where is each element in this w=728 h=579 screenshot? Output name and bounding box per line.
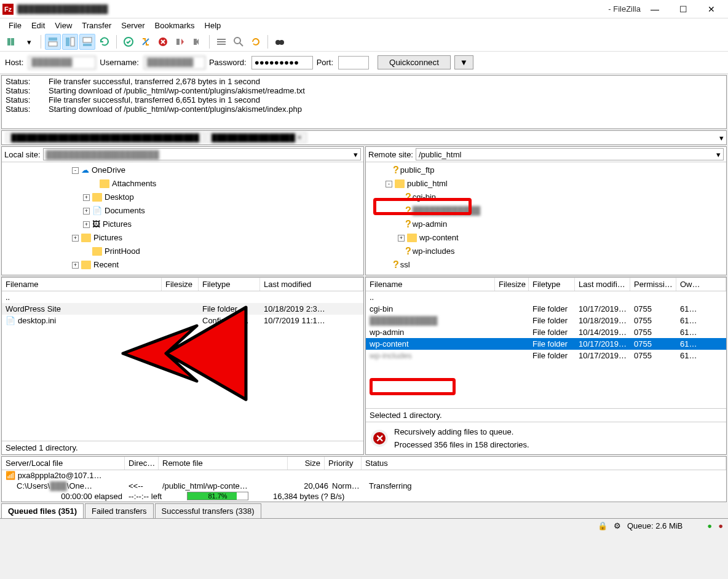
col-filetype[interactable]: Filetype bbox=[529, 278, 575, 291]
tree-node[interactable]: +wp-content bbox=[368, 231, 724, 245]
local-list-header[interactable]: Filename Filesize Filetype Last modified bbox=[2, 277, 363, 291]
col-owner[interactable]: Ow… bbox=[676, 278, 726, 291]
menu-transfer[interactable]: Transfer bbox=[78, 20, 115, 31]
filter-button[interactable] bbox=[213, 34, 229, 50]
app-icon: Fz bbox=[2, 4, 14, 15]
titlebar: Fz ████████████████ - FileZilla — ☐ ✕ bbox=[0, 0, 728, 18]
list-item[interactable]: wp-includesFile folder10/17/2019…075561… bbox=[366, 350, 726, 361]
tree-node[interactable]: +Desktop bbox=[4, 191, 361, 204]
info-line: Recursively adding files to queue. bbox=[394, 427, 529, 436]
tree-node[interactable]: ?public_ftp bbox=[368, 163, 724, 177]
host-input[interactable] bbox=[28, 56, 96, 69]
toggle-queue-button[interactable] bbox=[79, 34, 95, 50]
local-list[interactable]: ..WordPress SiteFile folder10/18/2019 2:… bbox=[2, 291, 363, 441]
col-filetype[interactable]: Filetype bbox=[199, 278, 260, 291]
list-item[interactable]: .. bbox=[366, 291, 726, 303]
transfer-local: C:\Users\███\One… bbox=[17, 481, 92, 490]
menu-edit[interactable]: Edit bbox=[28, 20, 49, 31]
remote-list[interactable]: ..cgi-binFile folder10/17/2019…075561…██… bbox=[366, 291, 726, 408]
tree-node[interactable]: PrintHood bbox=[4, 245, 361, 258]
username-input[interactable] bbox=[144, 56, 205, 69]
tree-node[interactable]: -public_html bbox=[368, 177, 724, 191]
col-direction[interactable]: Direc… bbox=[125, 457, 159, 470]
col-server[interactable]: Server/Local file bbox=[2, 457, 125, 470]
site-dropdown[interactable]: ▾ bbox=[21, 34, 37, 50]
tab-failed[interactable]: Failed transfers bbox=[85, 503, 154, 518]
tree-node[interactable]: ?wp-admin bbox=[368, 218, 724, 231]
tree-node[interactable]: +📄Documents bbox=[4, 204, 361, 218]
menu-view[interactable]: View bbox=[51, 20, 76, 31]
tree-node[interactable]: Attachments bbox=[4, 177, 361, 191]
session-tab[interactable]: ████████████████ × bbox=[206, 132, 307, 143]
tree-node[interactable]: +🖼Pictures bbox=[4, 218, 361, 231]
col-filesize[interactable]: Filesize bbox=[162, 278, 199, 291]
col-perm[interactable]: Permissi… bbox=[630, 278, 676, 291]
list-item[interactable]: 📄desktop.iniConfigurati…10/7/2019 11:1… bbox=[2, 315, 363, 326]
menu-server[interactable]: Server bbox=[117, 20, 148, 31]
lock-icon[interactable]: 🔒 bbox=[598, 521, 607, 530]
tree-node[interactable]: +Pictures bbox=[4, 231, 361, 245]
compare-button[interactable] bbox=[248, 34, 264, 50]
col-status[interactable]: Status bbox=[362, 457, 726, 470]
tree-node[interactable]: ?wp-includes bbox=[368, 245, 724, 258]
maximize-button[interactable]: ☐ bbox=[669, 0, 697, 18]
transfer-size: 20,046 bbox=[291, 481, 328, 490]
local-path-input[interactable]: ████████████████████▾ bbox=[43, 148, 361, 160]
col-lastmod[interactable]: Last modified bbox=[260, 278, 363, 291]
list-item[interactable]: wp-contentFile folder10/17/2019…075561… bbox=[366, 338, 726, 350]
session-tab[interactable]: ████████████████████████████████████ bbox=[6, 132, 205, 143]
port-input[interactable] bbox=[338, 56, 369, 69]
tab-successful[interactable]: Successful transfers (338) bbox=[155, 503, 261, 518]
menu-file[interactable]: File bbox=[5, 20, 25, 31]
refresh-button[interactable] bbox=[97, 34, 113, 50]
col-remote[interactable]: Remote file bbox=[159, 457, 288, 470]
list-item[interactable]: ████████████File folder10/18/2019…075561… bbox=[366, 315, 726, 326]
tree-node[interactable]: ?ssl bbox=[368, 258, 724, 272]
remote-list-header[interactable]: Filename Filesize Filetype Last modifi… … bbox=[366, 277, 726, 291]
binoculars-icon[interactable] bbox=[272, 34, 288, 50]
list-item[interactable]: wp-adminFile folder10/14/2019…075561… bbox=[366, 326, 726, 338]
tab-queued[interactable]: Queued files (351) bbox=[1, 503, 84, 518]
list-item[interactable]: .. bbox=[2, 291, 363, 303]
quickconnect-dropdown[interactable]: ▼ bbox=[454, 55, 473, 69]
transfer-body[interactable]: 📶 pxa8pppla2to@107.1… C:\Users\███\One… … bbox=[2, 470, 726, 502]
list-item[interactable]: WordPress SiteFile folder10/18/2019 2:3… bbox=[2, 303, 363, 315]
gear-icon[interactable]: ⚙ bbox=[614, 521, 621, 530]
process-queue-button[interactable] bbox=[121, 34, 136, 50]
tree-node[interactable]: ?████████████ bbox=[368, 204, 724, 218]
tree-node[interactable]: -☁OneDrive bbox=[4, 163, 361, 177]
transfer-header[interactable]: Server/Local file Direc… Remote file Siz… bbox=[2, 457, 726, 470]
search-button[interactable] bbox=[231, 34, 247, 50]
local-tree[interactable]: -☁OneDriveAttachments+Desktop+📄Documents… bbox=[2, 162, 363, 275]
cancel-button[interactable] bbox=[155, 34, 171, 50]
col-size[interactable]: Size bbox=[288, 457, 325, 470]
host-label: Host: bbox=[5, 58, 23, 67]
col-filename[interactable]: Filename bbox=[2, 278, 162, 291]
close-button[interactable]: ✕ bbox=[697, 0, 726, 18]
col-lastmod[interactable]: Last modifi… bbox=[575, 278, 630, 291]
minimize-button[interactable]: — bbox=[641, 0, 669, 18]
tabs-dropdown-icon[interactable]: ▾ bbox=[719, 133, 724, 143]
quickconnect-button[interactable]: Quickconnect bbox=[378, 55, 451, 69]
col-priority[interactable]: Priority bbox=[325, 457, 362, 470]
log-message: Starting download of /public_html/wp-con… bbox=[49, 104, 302, 114]
col-filesize[interactable]: Filesize bbox=[495, 278, 529, 291]
col-filename[interactable]: Filename bbox=[366, 278, 495, 291]
menu-bookmarks[interactable]: Bookmarks bbox=[151, 20, 199, 31]
remote-path-input[interactable]: /public_html▾ bbox=[416, 148, 724, 160]
menubar: File Edit View Transfer Server Bookmarks… bbox=[0, 18, 728, 33]
transfer-server: pxa8pppla2to@107.1… bbox=[18, 471, 102, 480]
remote-tree[interactable]: ?public_ftp-public_html?cgi-bin?████████… bbox=[366, 162, 726, 275]
toggle-log-button[interactable] bbox=[45, 34, 61, 50]
tree-node[interactable]: ?cgi-bin bbox=[368, 191, 724, 204]
log-panel[interactable]: Status:File transfer successful, transfe… bbox=[1, 75, 727, 129]
toggle-tree-button[interactable] bbox=[62, 34, 78, 50]
tree-node[interactable]: +Recent bbox=[4, 258, 361, 272]
disconnect-button[interactable] bbox=[172, 34, 188, 50]
list-item[interactable]: cgi-binFile folder10/17/2019…075561… bbox=[366, 303, 726, 315]
reconnect-button[interactable] bbox=[189, 34, 205, 50]
toggle-sync-button[interactable] bbox=[138, 34, 154, 50]
menu-help[interactable]: Help bbox=[201, 20, 225, 31]
site-manager-button[interactable] bbox=[4, 34, 20, 50]
password-input[interactable] bbox=[251, 56, 313, 69]
